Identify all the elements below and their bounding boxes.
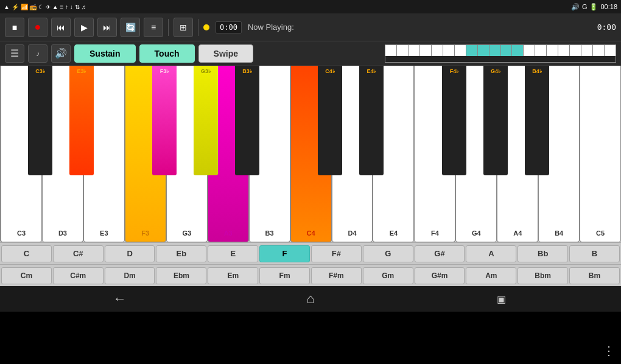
mini-key-active [489,45,501,57]
recent-apps-button[interactable]: ▣ [489,288,513,310]
clock: 00:18 [600,3,617,10]
key-btn-c[interactable]: C [1,245,52,262]
status-right: 🔊 G 🔋 00:18 [571,3,617,11]
key-label-c3: C3 [17,229,26,237]
signal-icon: ▲ [4,4,10,10]
mini-key [570,45,581,57]
settings-button[interactable]: ⊞ [174,18,193,37]
key-btn-gs[interactable]: G# [415,245,465,262]
mini-key [581,45,593,57]
play-button[interactable]: ▶ [74,18,94,37]
white-keys-row: C3 D3 E3 F3 G3 A3 B3 [0,66,621,242]
white-key-g4[interactable]: G4 [455,66,497,242]
key-btn-d[interactable]: D [105,245,155,262]
mini-key [385,45,397,57]
mini-key [605,45,616,57]
mini-key-active [501,45,513,57]
minor-key-ebm[interactable]: Ebm [156,267,206,284]
mini-key [409,45,420,57]
key-btn-b[interactable]: B [569,245,620,262]
key-label-c5: C5 [596,229,605,237]
key-btn-cs[interactable]: C# [53,245,103,262]
minor-key-cm[interactable]: Cm [1,267,52,284]
key-btn-a[interactable]: A [466,245,516,262]
minor-key-em[interactable]: Em [208,267,258,284]
white-key-c4[interactable]: C4 [290,66,332,242]
mini-key [443,45,455,57]
white-key-f4[interactable]: F4 [414,66,455,242]
toolbar-divider2 [198,19,198,36]
white-key-b4[interactable]: B4 [538,66,580,242]
minor-key-fsm[interactable]: F#m [311,267,362,284]
key-label-e3: E3 [100,229,108,237]
key-label-b3: B3 [265,229,274,237]
menu-button[interactable]: ☰ [5,44,24,63]
time-end: 0:00 [597,23,616,32]
white-key-c5[interactable]: C5 [580,66,621,242]
minor-key-bbm[interactable]: Bbm [518,267,568,284]
white-key-a3[interactable]: A3 [208,66,249,242]
key-label-a4: A4 [513,229,522,237]
minor-key-gm[interactable]: Gm [363,267,413,284]
tab-sustain[interactable]: Sustain [74,44,136,63]
status-icons: ⚡ 📶 📻 ☾ ✈ ▲ ≡ ↑ ↓ ⇅ ♬ [12,4,86,10]
key-btn-eb[interactable]: Eb [156,245,206,262]
status-left: ▲ ⚡ 📶 📻 ☾ ✈ ▲ ≡ ↑ ↓ ⇅ ♬ [4,4,86,10]
white-key-e3[interactable]: E3 [83,66,125,242]
yellow-dot [203,24,209,30]
key-label-e4: E4 [390,229,398,237]
mini-key-active [478,45,489,57]
prev-button[interactable]: ⏮ [51,18,71,37]
white-key-a4[interactable]: A4 [497,66,538,242]
minor-key-dm[interactable]: Dm [105,267,155,284]
minor-key-gsm[interactable]: G#m [415,267,465,284]
key-btn-g[interactable]: G [363,245,413,262]
key-label-a3: A3 [224,229,233,237]
piano-wrapper: C3 D3 E3 F3 G3 A3 B3 [0,66,621,242]
home-button[interactable]: ⌂ [298,288,323,310]
white-key-b3[interactable]: B3 [249,66,290,242]
mini-key [455,45,466,57]
key-btn-bb[interactable]: Bb [518,245,568,262]
white-key-f3[interactable]: F3 [125,66,166,242]
minor-key-row: Cm C#m Dm Ebm Em Fm F#m Gm G#m Am Bbm Bm [0,264,621,286]
key-btn-e[interactable]: E [208,245,258,262]
mini-key [593,45,605,57]
key-label-f4: F4 [431,229,439,237]
white-key-d3[interactable]: D3 [42,66,83,242]
toolbar: ■ ● ⏮ ▶ ⏭ 🔄 ≡ ⊞ 0:00 Now Playing: 0:00 [0,13,621,41]
mini-piano [385,44,616,63]
toolbar-divider [168,19,169,36]
white-key-d4[interactable]: D4 [332,66,373,242]
controls-bar: ☰ ♪ 🔊 Sustain Touch Swipe [0,41,621,66]
list-button[interactable]: ≡ [144,18,163,37]
white-key-g3[interactable]: G3 [166,66,208,242]
mini-key [420,45,432,57]
key-btn-fs[interactable]: F# [311,245,362,262]
white-key-e4[interactable]: E4 [373,66,414,242]
volume-icon: 🔊 [571,3,580,11]
piano-area[interactable]: C3 D3 E3 F3 G3 A3 B3 [0,66,621,242]
key-label-d4: D4 [348,229,356,237]
arrow-button[interactable]: ♪ [28,44,47,63]
minor-key-fm[interactable]: Fm [259,267,310,284]
white-key-c3[interactable]: C3 [0,66,42,242]
mini-key [547,45,558,57]
time-start: 0:00 [216,21,242,33]
record-button[interactable]: ● [28,18,47,37]
tab-touch[interactable]: Touch [139,44,195,63]
speaker-button[interactable]: 🔊 [51,44,71,63]
back-button[interactable]: ← [108,288,132,310]
more-options-button[interactable]: ⋮ [603,343,615,358]
key-name-row: C C# D Eb E F F# G G# A Bb B [0,242,621,264]
minor-key-csm[interactable]: C#m [53,267,103,284]
minor-key-am[interactable]: Am [466,267,516,284]
minor-key-bm[interactable]: Bm [569,267,620,284]
tab-swipe[interactable]: Swipe [198,44,253,63]
loop-button[interactable]: 🔄 [121,18,140,37]
key-label-b4: B4 [555,229,563,237]
next-button[interactable]: ⏭ [97,18,117,37]
mini-key [524,45,535,57]
stop-button[interactable]: ■ [5,18,24,37]
key-btn-f[interactable]: F [259,245,310,262]
